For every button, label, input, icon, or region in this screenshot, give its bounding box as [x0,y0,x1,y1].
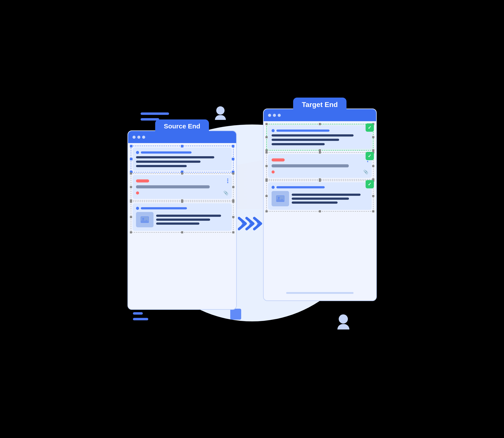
t-handle2-tm[interactable] [319,151,321,153]
target-card-2-checkmark: ✓ [365,152,374,160]
t-dot3 [367,161,368,162]
target-card-2: 📎 [268,154,372,178]
source-dot-2 [137,136,140,139]
card1-dot [136,151,139,154]
t-card3-toprow [272,186,368,189]
t-handle1-tm[interactable] [319,123,321,125]
handle2-tm[interactable] [181,172,183,175]
dot1 [227,178,228,180]
t-handle1-mr[interactable] [372,136,374,138]
t-card1-line1 [272,134,354,137]
handle3-bl[interactable] [130,231,132,233]
t-handle2-ml[interactable] [266,165,268,167]
t-image-icon [276,194,285,203]
scene: Source End [121,104,383,334]
t-handle1-tl[interactable] [266,123,268,125]
handle2-tr[interactable] [232,172,234,175]
target-card3-image [272,191,289,206]
t-handle1-bl[interactable] [266,149,268,151]
handle-ml[interactable] [130,158,132,160]
t-card2-bottom: 📎 [272,170,368,174]
chevron-arrows-svg [238,215,266,232]
handle3-bm[interactable] [181,231,183,233]
source-dot-3 [142,136,145,139]
t-handle3-ml[interactable] [266,195,268,197]
handle-mr[interactable] [232,158,234,160]
t-card3-line3 [292,201,338,204]
handle3-mr[interactable] [232,216,234,218]
source-phone-body: 📎 [128,130,237,310]
t-card2-toprow [272,157,368,162]
card2-clip-icon: 📎 [224,191,228,195]
handle2-mr[interactable] [232,186,234,188]
deco-line-3 [133,318,148,320]
blue-square-deco [230,309,241,320]
card1-line1 [136,156,214,158]
t-card2-dot [272,170,275,174]
t-handle3-bm[interactable] [319,210,321,212]
target-scrollbar[interactable] [286,292,353,294]
card3-textline3 [156,222,199,225]
target-title: Target End [293,98,347,115]
t-handle3-tl[interactable] [266,180,268,182]
user-icon-top [215,106,226,120]
t-card1-line2 [272,139,339,141]
handle3-ml[interactable] [130,216,132,218]
source-card-3-wrapper [132,203,232,231]
target-card1-row1 [272,129,368,132]
target-card-3 [268,182,372,210]
source-card-1-wrapper [132,147,232,171]
t-card3-title [276,186,325,188]
card3-textline2 [156,219,210,221]
t-handle1-ml[interactable] [266,136,268,138]
handle3-tl[interactable] [130,201,132,203]
t-card1-title-bar [276,130,330,132]
source-card3-image [136,212,153,227]
t-handle1-bm[interactable] [319,149,321,151]
t-card2-red-tag [272,158,285,162]
handle2-ml[interactable] [130,186,132,188]
user-icon-bottom [337,314,349,329]
source-card3-toprow [136,207,228,210]
t-card3-content [272,191,368,206]
handle-tl[interactable] [130,145,132,147]
card2-orange-dot [136,191,139,195]
source-card-2: 📎 [132,175,232,199]
target-card-1-checkmark: ✓ [365,123,374,132]
target-card-3-checkmark: ✓ [365,180,374,188]
source-phone-content: 📎 [128,143,236,309]
handle3-tr[interactable] [232,201,234,203]
dot3 [227,182,228,183]
t-handle3-tm[interactable] [319,180,321,182]
target-phone-content: ✓ [264,121,376,300]
card1-line2 [136,161,201,163]
handle-tr[interactable] [232,145,234,147]
handle3-br[interactable] [232,231,234,233]
source-card-1 [132,147,232,171]
t-handle3-mr[interactable] [372,195,374,197]
target-card-1 [268,126,372,149]
card2-input-bar [136,185,210,188]
t-card1-dot [272,129,275,132]
source-phone: Source End [128,130,237,310]
card3-textline1 [156,215,221,217]
card2-red-tag [136,179,149,183]
source-card-2-toprow [136,178,228,183]
card1-title-bar [141,151,192,153]
target-phone-body: ✓ [263,109,377,301]
t-handle1-br[interactable] [372,149,374,151]
t-card2-input [272,164,349,167]
handle3-tm[interactable] [181,201,183,203]
t-card3-line2 [292,197,349,200]
t-handle2-tl[interactable] [266,151,268,153]
t-handle3-br[interactable] [372,210,374,212]
handle2-tl[interactable] [130,172,132,175]
source-dot-1 [132,136,136,139]
source-title-text: Source End [164,122,200,130]
t-handle3-bl[interactable] [266,210,268,212]
t-handle2-mr[interactable] [372,165,374,167]
source-title: Source End [155,120,209,137]
card3-title-bar [141,207,187,209]
t-card2-clip: 📎 [364,170,368,174]
handle-tm[interactable] [181,145,183,147]
